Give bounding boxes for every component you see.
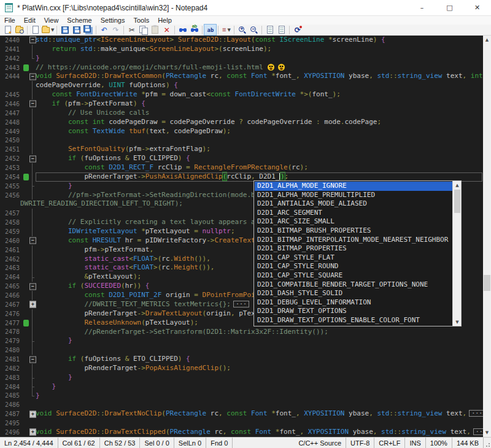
code-line-2448[interactable]: 2448 const int codePageDraw = codePageOv…: [0, 118, 483, 127]
marker-margin[interactable]: [22, 191, 29, 200]
menu-edit[interactable]: Edit: [20, 16, 40, 25]
line-number[interactable]: 2447: [0, 110, 22, 117]
menu-scheme[interactable]: Scheme: [63, 16, 96, 25]
code-line-2440[interactable]: 2440std::unique_ptr<IScreenLineLayout> S…: [0, 36, 483, 45]
scrollbar-thumb[interactable]: [454, 190, 460, 213]
toggle-margins-button[interactable]: [264, 25, 276, 35]
find-button[interactable]: [177, 25, 188, 35]
marker-margin[interactable]: [22, 364, 29, 373]
undo-button[interactable]: ↶: [98, 25, 110, 35]
line-number[interactable]: 2448: [0, 119, 22, 126]
marker-margin[interactable]: [22, 182, 29, 191]
line-number[interactable]: 2467: [0, 301, 22, 308]
replace-button[interactable]: [188, 25, 200, 35]
menu-help[interactable]: Help: [153, 16, 176, 25]
autocomplete-item[interactable]: D2D1_ALPHA_MODE_IGNORE: [255, 182, 452, 191]
line-number[interactable]: 2461: [0, 247, 22, 253]
line-number[interactable]: 2485: [0, 392, 22, 399]
marker-margin[interactable]: [22, 236, 29, 245]
code-line-2443[interactable]: 2443// https://unicode.org/emoji/charts/…: [0, 63, 483, 72]
line-number[interactable]: 2458: [0, 219, 22, 226]
autocomplete-item[interactable]: D2D1_CAP_STYLE_ROUND: [255, 262, 452, 271]
line-number[interactable]: 2477: [0, 320, 22, 326]
code-text[interactable]: codePageOverride, UINT fuOptions) {: [36, 81, 483, 90]
code-line-2446[interactable]: 2446 if (pfm->pTextFormat) {: [0, 99, 483, 109]
code-line-wrap[interactable]: codePageOverride, UINT fuOptions) {: [0, 81, 483, 90]
marker-margin[interactable]: [22, 99, 29, 109]
menu-file[interactable]: File: [0, 16, 20, 25]
scroll-up-arrow-icon[interactable]: ▲: [453, 181, 462, 189]
code-text[interactable]: const int codePageDraw = codePageOverrid…: [36, 118, 483, 127]
menu-settings[interactable]: Settings: [96, 16, 130, 25]
code-text[interactable]: // Use Unicode calls: [36, 109, 483, 118]
marker-margin[interactable]: [22, 136, 29, 145]
document-outline-button[interactable]: ≡▼: [220, 25, 232, 35]
toggle-word-wrap-button[interactable]: [276, 25, 287, 35]
favorites-button[interactable]: [2, 25, 14, 35]
code-text[interactable]: if (fuOptions & ETO_CLIPPED) {: [36, 355, 483, 364]
marker-margin[interactable]: [22, 309, 29, 319]
marker-margin[interactable]: [22, 218, 29, 227]
status-ln[interactable]: Ln 2,454 / 4,444: [0, 438, 58, 448]
code-line-2480[interactable]: 2480: [0, 346, 483, 355]
code-line-2449[interactable]: 2449 const TextWide tbuf(text, codePageD…: [0, 127, 483, 136]
dropdown-caret-icon[interactable]: ▼: [51, 28, 54, 33]
autocomplete-item[interactable]: D2D1_CAP_STYLE_SQUARE: [255, 271, 452, 280]
save-button[interactable]: [59, 25, 71, 35]
marker-margin[interactable]: [22, 145, 29, 154]
marker-margin[interactable]: [22, 263, 29, 272]
autocomplete-item[interactable]: D2D1_BITMAP_INTERPOLATION_MODE_NEAREST_N…: [255, 236, 452, 245]
line-number[interactable]: 2479: [0, 338, 22, 344]
line-number[interactable]: 2452: [0, 155, 22, 162]
fold-margin-expand-icon[interactable]: [29, 428, 36, 437]
line-number[interactable]: 2483: [0, 374, 22, 381]
marker-margin[interactable]: [22, 163, 29, 172]
status-utf-8[interactable]: UTF-8: [346, 438, 374, 448]
marker-margin[interactable]: [22, 336, 29, 346]
marker-margin[interactable]: [22, 36, 29, 45]
scrollbar-thumb[interactable]: [484, 275, 490, 291]
line-number[interactable]: 2459: [0, 228, 22, 235]
close-button[interactable]: ✕: [463, 0, 491, 15]
marker-margin[interactable]: [22, 90, 29, 99]
dropdown-caret-icon[interactable]: ▼: [227, 28, 230, 33]
line-number[interactable]: 2446: [0, 101, 22, 107]
code-text[interactable]: if (fuOptions & ETO_CLIPPED) {: [36, 154, 483, 163]
line-number[interactable]: 2456: [0, 192, 22, 199]
cut-button[interactable]: ✂: [126, 25, 137, 35]
menu-view[interactable]: View: [40, 16, 63, 25]
status-144-kb[interactable]: 144 KB: [452, 438, 484, 448]
line-number[interactable]: 2454: [0, 174, 22, 180]
line-number[interactable]: 2460: [0, 238, 22, 244]
autocomplete-item[interactable]: D2D1_DRAW_TEXT_OPTIONS_ENABLE_COLOR_FONT: [255, 316, 452, 325]
code-text[interactable]: if (pfm->pTextFormat) {: [36, 99, 483, 109]
line-number[interactable]: 2453: [0, 164, 22, 171]
autocomplete-item[interactable]: D2D1_ARC_SEGMENT: [255, 209, 452, 218]
line-number[interactable]: 2442: [0, 55, 22, 62]
marker-margin[interactable]: [22, 255, 29, 264]
bookmark-icon[interactable]: [23, 320, 29, 326]
code-text[interactable]: const D2D1_RECT_F rcClip = RectangleFrom…: [36, 163, 483, 172]
scroll-up-arrow-icon[interactable]: ▲: [483, 36, 491, 44]
line-number[interactable]: 2464: [0, 274, 22, 280]
code-text[interactable]: }: [36, 392, 483, 401]
status-ins[interactable]: INS: [405, 438, 425, 448]
maximize-button[interactable]: □: [436, 0, 463, 15]
code-text[interactable]: void SurfaceD2D::DrawTextNoClip(PRectang…: [36, 409, 483, 419]
marker-margin[interactable]: [22, 382, 29, 392]
copy-button[interactable]: [137, 25, 149, 35]
code-text[interactable]: }: [36, 336, 483, 346]
fold-margin-collapse-icon[interactable]: [29, 154, 36, 163]
line-number[interactable]: 2443: [0, 64, 22, 71]
code-text[interactable]: SetFontQuality(pfm->extraFontFlag);: [36, 145, 483, 154]
fold-margin-expand-icon[interactable]: [29, 409, 36, 419]
code-line-2495[interactable]: 2495: [0, 419, 483, 428]
marker-margin[interactable]: [22, 172, 29, 182]
code-text[interactable]: }: [36, 54, 483, 63]
line-number[interactable]: 2462: [0, 256, 22, 263]
line-number[interactable]: 2476: [0, 311, 22, 317]
code-line-2447[interactable]: 2447 // Use Unicode calls: [0, 109, 483, 118]
code-line-2441[interactable]: 2441 return std::make_unique<ScreenLineL…: [0, 45, 483, 54]
marker-margin[interactable]: [22, 72, 29, 81]
marker-margin[interactable]: [22, 118, 29, 127]
